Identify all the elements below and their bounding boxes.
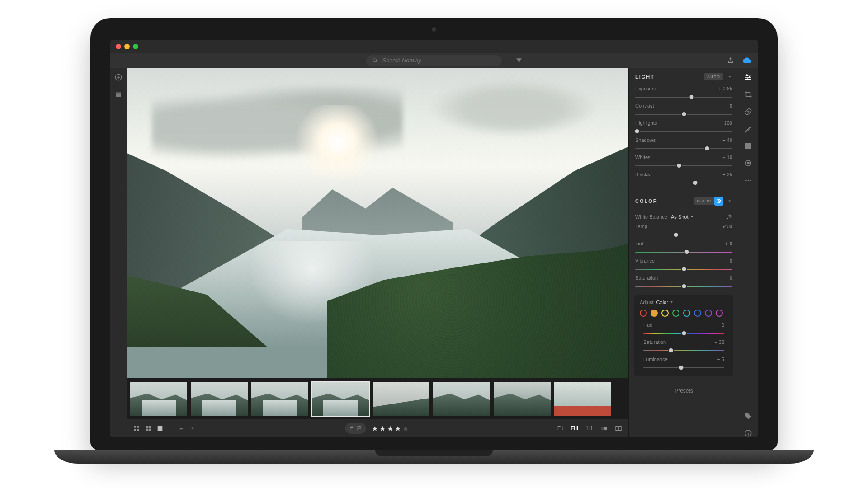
chevron-down-icon[interactable] (727, 198, 732, 204)
color-section-header[interactable]: COLOR B & W (629, 191, 739, 209)
exposure-value: + 0.65 (718, 86, 732, 91)
bw-button[interactable]: B & W (694, 197, 715, 205)
zoom-fill[interactable]: Fill (571, 425, 578, 432)
search-input[interactable] (382, 57, 495, 64)
contrast-value: 0 (730, 103, 732, 108)
svg-point-28 (748, 180, 749, 181)
adjust-value[interactable]: Color (656, 300, 674, 305)
saturation-label: Saturation (635, 275, 658, 281)
svg-rect-7 (134, 429, 136, 431)
svg-point-20 (746, 75, 748, 76)
thumbnail[interactable] (372, 381, 430, 417)
svg-point-22 (747, 79, 748, 80)
svg-point-27 (745, 180, 747, 181)
color-swatch[interactable] (683, 310, 690, 317)
window-close-button[interactable] (116, 44, 121, 49)
svg-rect-24 (745, 143, 751, 149)
view-single-icon[interactable] (156, 425, 164, 432)
highlights-slider[interactable] (635, 127, 732, 136)
window-minimize-button[interactable] (124, 44, 130, 49)
thumbnail[interactable] (493, 381, 552, 417)
eyedropper-icon[interactable] (726, 214, 732, 220)
sort-icon[interactable] (179, 425, 186, 432)
chevron-down-icon[interactable] (190, 425, 195, 432)
filter-icon[interactable] (515, 57, 523, 64)
color-mixer-icon[interactable] (714, 197, 723, 206)
whites-slider[interactable] (635, 162, 732, 170)
color-swatch[interactable] (651, 310, 658, 317)
mixer-luminance-slider[interactable] (643, 364, 724, 372)
color-swatch[interactable] (716, 310, 723, 317)
svg-rect-12 (149, 429, 151, 431)
color-swatch[interactable] (705, 310, 712, 317)
thumbnail-selected[interactable] (311, 381, 370, 417)
presets-button[interactable]: Presets (629, 381, 739, 400)
edit-sliders-icon[interactable] (744, 73, 752, 81)
thumbnail[interactable] (553, 381, 612, 417)
compare-icon[interactable] (615, 425, 622, 432)
exposure-slider[interactable] (635, 93, 732, 101)
window-zoom-button[interactable] (133, 44, 138, 49)
thumbnail[interactable] (250, 381, 309, 417)
original-toggle-icon[interactable] (600, 425, 608, 432)
library-icon[interactable] (114, 90, 123, 99)
tint-label: Tint (635, 241, 643, 246)
wb-value[interactable]: As Shot (671, 214, 694, 220)
view-grid-small-icon[interactable] (133, 425, 140, 432)
temp-slider[interactable] (635, 231, 732, 239)
share-icon[interactable] (727, 57, 734, 64)
add-photo-icon[interactable] (114, 73, 123, 81)
white-balance-row[interactable]: White Balance As Shot (629, 209, 739, 222)
brush-icon[interactable] (744, 125, 752, 133)
light-section-header[interactable]: LIGHT AUTO (629, 68, 739, 84)
thumbnail[interactable] (190, 381, 249, 417)
svg-rect-13 (158, 426, 163, 431)
tint-slider[interactable] (635, 248, 732, 256)
thumbnail[interactable] (432, 381, 491, 417)
zoom-fit[interactable]: Fit (557, 425, 563, 432)
search-icon (373, 58, 378, 64)
rating-stars[interactable]: ★★★★★ (372, 424, 410, 433)
more-icon[interactable] (745, 176, 752, 184)
contrast-slider[interactable] (635, 110, 732, 118)
svg-rect-6 (137, 426, 139, 428)
cloud-sync-icon[interactable] (742, 56, 752, 66)
auto-button[interactable]: AUTO (704, 73, 723, 80)
color-swatch[interactable] (640, 310, 647, 317)
blacks-slider[interactable] (635, 179, 732, 187)
mixer-saturation-slider[interactable] (643, 347, 724, 355)
shadows-value: + 49 (722, 137, 732, 143)
zoom-1to1[interactable]: 1:1 (585, 425, 593, 432)
vibrance-label: Vibrance (635, 258, 655, 263)
mixer-hue-label: Hue (643, 322, 652, 328)
photo-canvas[interactable] (127, 68, 628, 378)
svg-rect-9 (146, 426, 148, 428)
color-swatch[interactable] (672, 310, 679, 317)
color-swatch[interactable] (694, 310, 701, 317)
thumbnail[interactable] (129, 381, 188, 417)
svg-rect-8 (137, 429, 139, 431)
flag-pick-icon[interactable] (349, 425, 355, 432)
healing-icon[interactable] (744, 108, 752, 116)
chevron-down-icon[interactable] (727, 74, 732, 80)
highlights-value: − 100 (720, 120, 732, 126)
crop-icon[interactable] (744, 90, 752, 99)
wb-label: White Balance (635, 214, 667, 220)
filmstrip[interactable] (127, 378, 628, 419)
edit-panel: LIGHT AUTO Exposure+ 0.65 Contrast0 High… (628, 68, 739, 437)
vibrance-slider[interactable] (635, 265, 732, 273)
divider (171, 424, 171, 432)
mixer-hue-slider[interactable] (643, 329, 724, 338)
radial-gradient-icon[interactable] (744, 159, 752, 167)
tag-icon[interactable] (744, 412, 752, 420)
saturation-slider[interactable] (635, 282, 732, 291)
chevron-down-icon (670, 300, 674, 304)
search-field[interactable] (366, 55, 502, 66)
linear-gradient-icon[interactable] (744, 142, 752, 150)
view-grid-large-icon[interactable] (145, 425, 152, 432)
app-window: ★★★★★ Fit Fill 1:1 LIGHT (110, 40, 758, 437)
flag-reject-icon[interactable] (357, 425, 363, 432)
shadows-slider[interactable] (635, 145, 732, 153)
info-icon[interactable] (744, 429, 752, 437)
color-swatch[interactable] (661, 310, 669, 317)
